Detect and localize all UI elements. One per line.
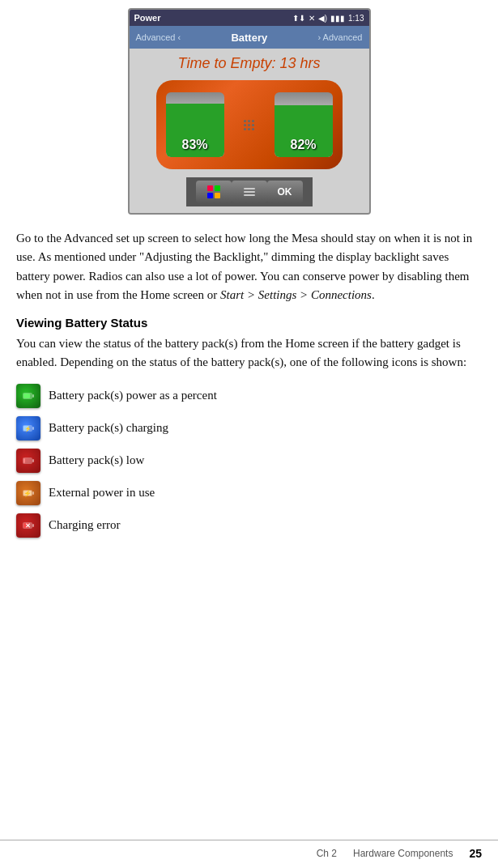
device-title-left: Power: [134, 13, 161, 23]
nav-left: Advanced ‹: [136, 32, 181, 42]
svg-rect-4: [244, 188, 255, 189]
battery-icon-list: Battery pack(s) power as a percent ⚡ Bat…: [16, 384, 482, 538]
device-screenshot: Power ⬆⬇ ✕ ◀) ▮▮▮ 1:13 Advanced ‹ Batter…: [128, 8, 371, 215]
battery-dots: [244, 120, 254, 130]
external-power-icon: ⚡: [16, 481, 40, 505]
device-screen: Power ⬆⬇ ✕ ◀) ▮▮▮ 1:13 Advanced ‹ Batter…: [128, 8, 371, 215]
svg-rect-12: [32, 427, 34, 430]
battery-illustration: 83%: [156, 80, 343, 169]
dot-row-1: [244, 120, 254, 122]
svg-rect-3: [215, 193, 220, 198]
svg-text:✕: ✕: [25, 522, 31, 530]
ok-button[interactable]: OK: [267, 181, 303, 203]
list-item-label: Charging error: [49, 518, 120, 532]
svg-rect-5: [244, 191, 255, 193]
battery-outer-shell: 83%: [156, 80, 343, 169]
device-title-right: ⬆⬇ ✕ ◀) ▮▮▮ 1:13: [292, 14, 364, 23]
svg-rect-6: [244, 194, 255, 196]
svg-rect-1: [215, 185, 220, 191]
dot-row-3: [244, 128, 254, 130]
charging-error-icon: ✕: [16, 513, 40, 538]
nav-right: › Advanced: [317, 32, 362, 42]
battery-pct-right: 82%: [290, 138, 316, 152]
device-body: Time to Empty: 13 hrs 83%: [130, 49, 369, 213]
svg-rect-8: [23, 394, 30, 398]
dot: [248, 120, 250, 122]
charging-icon: ⚡: [16, 416, 40, 440]
list-item: ⚡ External power in use: [16, 481, 482, 505]
dot: [248, 128, 250, 130]
dot: [244, 128, 246, 130]
page-footer: Ch 2 Hardware Components 25: [0, 840, 498, 860]
svg-rect-23: [32, 524, 34, 527]
svg-rect-9: [32, 394, 34, 398]
svg-rect-16: [32, 459, 34, 462]
windows-button[interactable]: [196, 181, 232, 203]
list-item-label: External power in use: [49, 486, 155, 500]
battery-center-area: [224, 120, 275, 130]
time-to-empty-text: Time to Empty: 13 hrs: [178, 55, 321, 72]
wifi-icon: ✕: [309, 14, 315, 23]
ok-label: OK: [278, 186, 292, 198]
footer-text: Ch 2 Hardware Components 25: [317, 847, 482, 860]
dot: [244, 120, 246, 122]
footer-page-number: 25: [469, 847, 482, 860]
battery-status-icon: ▮▮▮: [330, 14, 345, 23]
svg-rect-19: [32, 491, 34, 495]
low-battery-icon: [16, 449, 40, 473]
list-item-label: Battery pack(s) power as a percent: [49, 389, 217, 402]
body-paragraph-1: Go to the Advanced set up screen to sele…: [16, 229, 482, 304]
list-item: ⚡ Battery pack(s) charging: [16, 416, 482, 440]
device-bottom-bar: OK: [186, 177, 313, 206]
battery-low-svg: [20, 453, 36, 469]
footer-section: Hardware Components: [353, 848, 453, 859]
page-container: Power ⬆⬇ ✕ ◀) ▮▮▮ 1:13 Advanced ‹ Batter…: [0, 8, 498, 868]
svg-text:⚡: ⚡: [23, 489, 32, 497]
main-content: Go to the Advanced set up screen to sele…: [0, 229, 498, 538]
list-item-label: Battery pack(s) charging: [49, 421, 168, 435]
list-item: Battery pack(s) low: [16, 449, 482, 473]
nav-right-label: Advanced: [323, 32, 363, 42]
battery-cell-left: 83%: [166, 92, 224, 157]
device-title-bar: Power ⬆⬇ ✕ ◀) ▮▮▮ 1:13: [130, 10, 369, 26]
svg-rect-0: [207, 185, 213, 191]
battery-pct-left: 83%: [181, 138, 207, 152]
charging-error-svg: ✕: [20, 517, 36, 534]
svg-rect-2: [207, 193, 213, 198]
menu-button[interactable]: [232, 181, 267, 203]
time-display: 1:13: [348, 14, 364, 23]
dot: [252, 124, 254, 126]
nav-center-title: Battery: [231, 32, 267, 44]
section-heading-battery-status: Viewing Battery Status: [16, 316, 482, 330]
list-item-label: Battery pack(s) low: [49, 453, 144, 467]
list-item: ✕ Charging error: [16, 513, 482, 538]
dot: [252, 128, 254, 130]
battery-cell-right: 82%: [275, 92, 333, 157]
signal-icon: ⬆⬇: [292, 14, 305, 23]
menu-icon: [242, 185, 257, 199]
device-nav-bar: Advanced ‹ Battery › Advanced: [130, 26, 369, 49]
volume-icon: ◀): [318, 14, 327, 23]
svg-rect-15: [23, 458, 25, 463]
footer-chapter: Ch 2: [317, 848, 337, 859]
body-paragraph-2: You can view the status of the battery p…: [16, 334, 482, 372]
dot: [252, 120, 254, 122]
battery-percent-svg: [20, 388, 36, 404]
list-item: Battery pack(s) power as a percent: [16, 384, 482, 408]
dot-row-2: [244, 124, 254, 126]
dot: [244, 124, 246, 126]
windows-logo-icon: [206, 185, 221, 199]
nav-left-label: Advanced: [136, 32, 176, 42]
menu-path-italic: Start > Settings > Connections: [220, 288, 372, 301]
external-power-svg: ⚡: [20, 485, 36, 501]
nav-left-arrow: ‹: [178, 32, 181, 42]
battery-charging-svg: ⚡: [20, 420, 36, 436]
dot: [248, 124, 250, 126]
power-percent-icon: [16, 384, 40, 408]
svg-text:⚡: ⚡: [24, 425, 32, 432]
